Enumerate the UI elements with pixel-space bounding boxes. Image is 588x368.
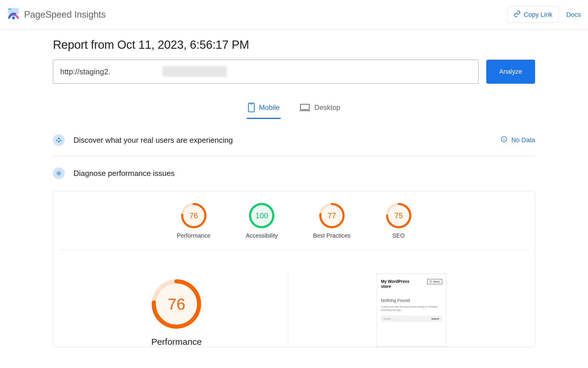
gauge-circle: 77	[319, 203, 345, 228]
svg-rect-4	[250, 104, 253, 104]
device-tabs: Mobile Desktop	[53, 98, 535, 118]
preview-menu-button: ☰ Menu	[427, 279, 442, 284]
gauge-best-practices[interactable]: 77 Best Practices	[313, 203, 351, 239]
tab-mobile[interactable]: Mobile	[247, 98, 281, 118]
svg-point-16	[58, 173, 60, 174]
diagnose-left: Diagnose performance issues	[53, 167, 175, 179]
gauge-seo[interactable]: 75 SEO	[386, 203, 411, 239]
no-data-label: No Data	[511, 136, 535, 144]
performance-large-gauge: 76	[152, 279, 201, 329]
svg-point-9	[60, 140, 61, 141]
preview-search-input: Search …	[381, 316, 428, 322]
gauge-performance[interactable]: 76 Performance	[177, 203, 211, 239]
preview-top: My WordPress store ☰ Menu	[381, 279, 442, 289]
performance-large-value: 76	[152, 279, 201, 329]
gauge-value: 75	[386, 203, 411, 228]
url-input-wrap	[53, 60, 479, 84]
svg-rect-1	[8, 8, 11, 10]
gauge-accessibility[interactable]: 100 Accessibility	[246, 203, 278, 239]
app-title: PageSpeed Insights	[24, 9, 106, 20]
gauge-circle: 100	[249, 203, 274, 228]
header-left: PageSpeed Insights	[7, 8, 106, 22]
svg-point-7	[58, 138, 60, 140]
diagnose-section: Diagnose performance issues	[53, 167, 535, 183]
gauge-label: SEO	[386, 232, 411, 239]
tab-mobile-label: Mobile	[259, 103, 280, 112]
docs-link[interactable]: Docs	[566, 11, 581, 19]
performance-detail: 76 Performance	[65, 273, 288, 347]
header-right: Copy Link Docs	[507, 6, 581, 23]
link-icon	[514, 10, 521, 19]
site-preview: My WordPress store ☰ Menu Nothing Found …	[377, 273, 447, 347]
app-header: PageSpeed Insights Copy Link Docs	[0, 0, 588, 29]
analyze-button[interactable]: Analyze	[486, 60, 535, 84]
preview-menu-label: Menu	[433, 280, 440, 283]
gauge-circle: 76	[181, 203, 206, 228]
gauge-value: 76	[181, 203, 206, 228]
desktop-icon	[300, 103, 310, 112]
diagnose-title: Diagnose performance issues	[74, 169, 175, 178]
discover-left: Discover what your real users are experi…	[53, 134, 233, 146]
divider	[53, 155, 535, 156]
svg-point-2	[12, 16, 15, 19]
no-data-indicator[interactable]: No Data	[501, 136, 535, 144]
gauge-value: 100	[249, 203, 274, 228]
svg-rect-10	[58, 141, 60, 142]
svg-rect-5	[300, 104, 309, 110]
preview-site-title: My WordPress store	[381, 279, 416, 289]
performance-large-label: Performance	[151, 337, 202, 347]
detail-area: 76 Performance My WordPress store ☰ Menu…	[53, 250, 535, 347]
hamburger-icon: ☰	[430, 280, 432, 283]
svg-point-8	[56, 140, 57, 141]
discover-section: Discover what your real users are experi…	[53, 130, 535, 150]
info-icon	[501, 136, 507, 144]
preview-search-button: Search	[428, 316, 442, 322]
url-row: Analyze	[53, 60, 535, 84]
gauge-label: Accessibility	[246, 232, 278, 239]
preview-column: My WordPress store ☰ Menu Nothing Found …	[300, 273, 523, 347]
gauge-circle: 75	[386, 203, 411, 228]
preview-text: It seems we can't find what you're looki…	[381, 305, 442, 312]
discover-title: Discover what your real users are experi…	[74, 136, 233, 145]
preview-search-row: Search … Search	[381, 316, 442, 322]
scores-card: 76 Performance 100 Accessibility 77 Best…	[53, 191, 535, 347]
svg-rect-3	[248, 103, 254, 112]
users-icon	[53, 134, 65, 146]
tab-desktop-label: Desktop	[314, 103, 340, 112]
target-icon	[53, 167, 65, 179]
gauge-label: Best Practices	[313, 232, 351, 239]
gauge-label: Performance	[177, 232, 211, 239]
copy-link-label: Copy Link	[524, 11, 552, 19]
gauge-value: 77	[319, 203, 345, 228]
pagespeed-logo-icon	[7, 8, 20, 22]
tab-desktop[interactable]: Desktop	[298, 98, 341, 118]
copy-link-button[interactable]: Copy Link	[507, 6, 559, 23]
url-input[interactable]	[53, 60, 479, 84]
report-title: Report from Oct 11, 2023, 6:56:17 PM	[53, 38, 535, 51]
preview-heading: Nothing Found	[381, 298, 442, 303]
mobile-icon	[248, 102, 255, 112]
gauges-row: 76 Performance 100 Accessibility 77 Best…	[59, 203, 529, 250]
main-content: Report from Oct 11, 2023, 6:56:17 PM Ana…	[47, 29, 541, 347]
